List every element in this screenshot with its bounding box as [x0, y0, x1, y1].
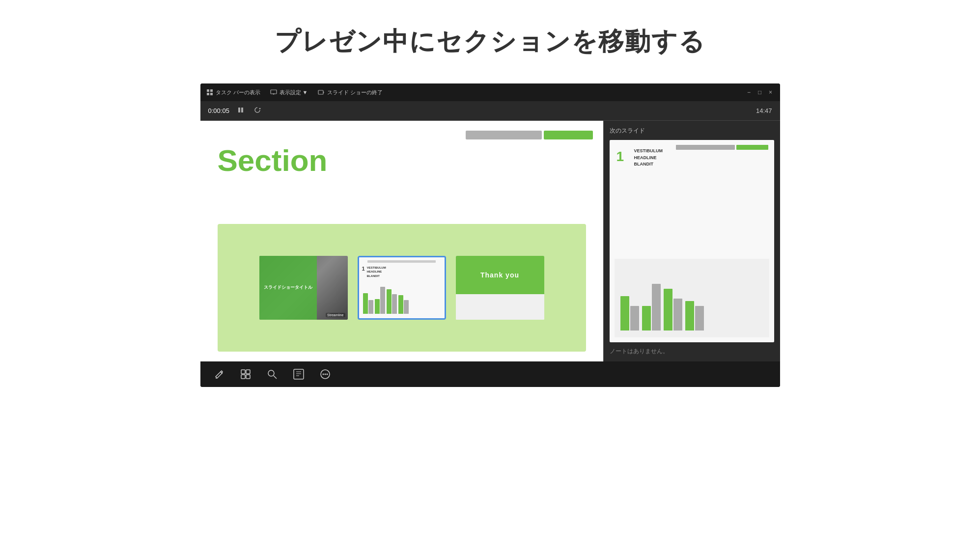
svg-marker-8 — [323, 91, 324, 93]
ns-bar-gr1 — [630, 306, 639, 331]
page-wrapper: プレゼン中にセクションを移動する タスク バーの表示 — [0, 0, 980, 551]
bar-g1 — [363, 293, 368, 314]
ns-bar-group-1 — [620, 296, 639, 331]
grid-view-button[interactable] — [237, 365, 254, 383]
ns-bar-gr3 — [673, 299, 682, 331]
ns-bar-group-3 — [664, 289, 682, 331]
svg-rect-19 — [294, 369, 304, 379]
ns-title-line1: VESTIBULUM — [634, 148, 663, 155]
thank-you-text: Thank you — [480, 271, 519, 279]
svg-rect-1 — [210, 89, 213, 92]
svg-point-25 — [324, 374, 326, 375]
thumb-1-text: スライドショータイトル — [264, 285, 312, 291]
end-slideshow-item[interactable]: スライド ショーの終了 — [318, 89, 383, 96]
thumb-2-chart — [359, 279, 445, 316]
countdown-display: 14:47 — [756, 107, 772, 114]
thumbnail-1[interactable]: スライドショータイトル Streamline — [259, 256, 348, 320]
ns-title-line2: HEADLINE — [634, 155, 663, 162]
maximize-button[interactable]: □ — [756, 89, 763, 96]
thumb-2-num: 1 — [362, 266, 365, 272]
pen-button[interactable] — [210, 365, 228, 383]
ns-bar-group-4 — [685, 301, 704, 331]
svg-rect-4 — [271, 90, 277, 94]
svg-rect-15 — [241, 375, 245, 379]
ns-bar-g4 — [685, 301, 694, 331]
pause-icon — [237, 107, 244, 113]
svg-rect-13 — [241, 370, 245, 374]
ns-bar-g1 — [620, 296, 629, 331]
thumb-2-header: 1 VESTIBULUM HEADLINE BLANDIT — [359, 263, 445, 279]
reset-icon — [254, 107, 261, 113]
header-bar-green — [544, 131, 593, 139]
main-content: Section スライドショータイトル Streamline — [200, 121, 780, 361]
display-label: 表示設定 ▼ — [280, 89, 308, 96]
taskbar-item[interactable]: タスク バーの表示 — [206, 89, 260, 96]
svg-rect-14 — [246, 370, 250, 374]
ns-bar-g2 — [642, 306, 651, 331]
grid-icon — [206, 89, 213, 96]
search-icon — [267, 369, 278, 380]
pen-icon — [214, 369, 224, 380]
next-slide-panel: 次のスライド 1 VESTIBULUM HEADLINE BLANDIT — [603, 121, 780, 361]
bar-gr3 — [392, 294, 397, 314]
ns-header-bars — [676, 145, 774, 150]
next-slide-preview: 1 VESTIBULUM HEADLINE BLANDIT — [610, 140, 774, 342]
reset-button[interactable] — [252, 106, 263, 116]
svg-line-18 — [274, 376, 277, 379]
svg-rect-3 — [210, 93, 213, 95]
ns-chart — [615, 259, 769, 337]
grid-view-icon — [240, 369, 251, 380]
bar-group-2 — [375, 287, 385, 314]
header-bar-gray — [466, 131, 542, 139]
presentation-window: タスク バーの表示 表示設定 ▼ — [200, 83, 780, 387]
minimize-button[interactable]: − — [746, 89, 753, 96]
thumbnails-panel: スライドショータイトル Streamline 1 VESTIBULUM H — [218, 224, 586, 352]
thumb-2-title-line3: BLANDIT — [367, 274, 386, 278]
svg-rect-2 — [207, 93, 209, 95]
pause-button[interactable] — [235, 106, 246, 116]
next-slide-label: 次のスライド — [610, 127, 774, 135]
close-button[interactable]: × — [767, 89, 774, 96]
display-item[interactable]: 表示設定 ▼ — [270, 89, 308, 96]
thumb-2-title: VESTIBULUM HEADLINE BLANDIT — [367, 266, 386, 278]
svg-point-26 — [326, 374, 328, 375]
section-title: Section — [218, 143, 328, 178]
thumb-1-overlay: スライドショータイトル — [259, 256, 317, 320]
monitor-icon — [270, 89, 277, 96]
thumb-2-title-line1: VESTIBULUM — [367, 266, 386, 270]
toolbar: 0:00:05 14:47 — [200, 101, 780, 121]
bar-group-4 — [398, 295, 409, 314]
toolbar-left: 0:00:05 — [208, 106, 263, 116]
more-icon — [320, 369, 331, 380]
ns-bar-group-2 — [642, 284, 661, 331]
window-controls: − □ × — [746, 89, 774, 96]
svg-rect-0 — [207, 89, 209, 92]
bar-group-1 — [363, 293, 373, 314]
end-label: スライド ショーの終了 — [327, 89, 383, 96]
current-slide: Section スライドショータイトル Streamline — [200, 121, 603, 361]
pointer-button[interactable] — [290, 365, 308, 383]
svg-point-17 — [268, 370, 274, 376]
ns-slide-title: VESTIBULUM HEADLINE BLANDIT — [634, 148, 663, 168]
bar-gr4 — [404, 300, 409, 314]
ns-bar-gray — [676, 145, 735, 150]
svg-rect-16 — [246, 375, 250, 379]
thumbnail-3[interactable]: Thank you — [456, 256, 544, 320]
more-button[interactable] — [316, 365, 334, 383]
slide-header-bar — [466, 131, 603, 139]
ns-slide-num: 1 — [616, 149, 624, 165]
thumb-3-top: Thank you — [456, 256, 544, 294]
page-title: プレゼン中にセクションを移動する — [275, 25, 705, 59]
ns-title-line3: BLANDIT — [634, 161, 663, 168]
thumbnail-2-selected[interactable]: 1 VESTIBULUM HEADLINE BLANDIT — [358, 256, 446, 320]
title-bar: タスク バーの表示 表示設定 ▼ — [200, 83, 780, 101]
thumb-1-badge: Streamline — [326, 313, 345, 317]
ns-bar-gr2 — [652, 284, 661, 331]
search-button[interactable] — [263, 365, 281, 383]
svg-rect-9 — [238, 108, 240, 112]
ns-bar-gr4 — [695, 306, 704, 331]
timer-display: 0:00:05 — [208, 107, 229, 114]
thumb-2-title-line2: HEADLINE — [367, 270, 386, 274]
thumb-3-bottom — [456, 294, 544, 320]
svg-point-24 — [322, 374, 324, 375]
